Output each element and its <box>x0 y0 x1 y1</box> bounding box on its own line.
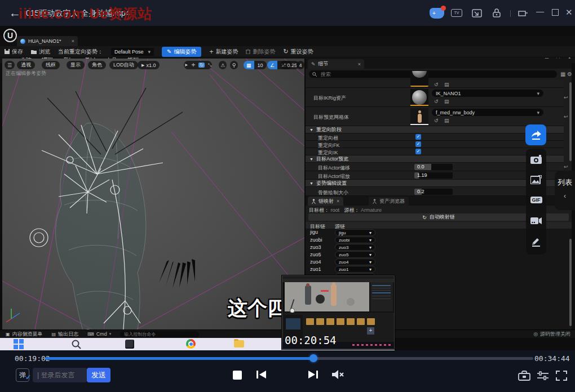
screenshot-camera-icon[interactable] <box>526 151 546 168</box>
row-actor-offset: 目标Actor偏移 0.0 <box>306 163 564 171</box>
person-icon <box>373 199 377 204</box>
source-control-status: ◎源码管理关闭 <box>533 331 570 338</box>
reset-icon: ↩ <box>564 95 568 100</box>
chain-row: zuo1zuo1▾ <box>306 266 572 273</box>
start-icon <box>14 339 24 349</box>
bone-size-field: 0.2 <box>414 189 453 195</box>
titlebar: ← 015驱动数字人 全身动捕.mp4 iiiue.com Ue资源站 + TV… <box>0 0 575 26</box>
console-input <box>120 331 199 337</box>
search-icon <box>312 72 317 77</box>
gamepad-icon[interactable]: + <box>430 8 444 19</box>
ue-delete-pose-button: 删除姿势 <box>246 48 275 56</box>
grid-snap: ▦10 <box>244 61 267 69</box>
chain-source-dropdown: zuo5▾ <box>335 251 375 258</box>
chevron-left-icon: ‹ <box>555 192 575 200</box>
drawer-icon: ▣ <box>6 332 10 337</box>
cmd-dropdown: ⌨Cmd▾ <box>87 331 111 337</box>
viewport-status-text: 正在编辑参考姿势 <box>6 70 46 77</box>
section-actor: ▼目标Actor预览 <box>306 155 564 163</box>
ue-toolbar: 保存 浏览 当前重定向姿势： Default Pose▾ ✎编辑姿势 +新建姿势… <box>0 46 575 57</box>
progress-fill <box>45 357 313 360</box>
details-grid-icon: ▦ <box>560 71 565 77</box>
fullscreen-button[interactable] <box>556 371 567 381</box>
ue-pose-label: 当前重定向姿势： <box>58 48 103 56</box>
playlist-tab[interactable]: 列表 ‹ <box>555 171 575 210</box>
angle-snap-icon: ∠ <box>267 61 277 69</box>
cast-icon[interactable] <box>472 9 482 17</box>
person-icon <box>312 199 316 204</box>
use-selected-icon: ↺ <box>434 82 439 87</box>
minimize-icon[interactable]: — <box>536 7 544 16</box>
close-icon[interactable]: ✕ <box>565 7 573 17</box>
camera-speed: 4 <box>297 61 304 69</box>
source-control-icon: ◎ <box>533 331 538 337</box>
checkbox-checked: ✓ <box>415 141 421 147</box>
snap-actor-icon: ⚲ <box>230 61 238 69</box>
app-icon <box>125 340 134 349</box>
mute-button[interactable] <box>331 369 345 380</box>
chain-row: zuo4zuo4▾ <box>306 259 572 266</box>
pencil-icon: ✎ <box>167 48 171 55</box>
output-log-button: ▤输出日志 <box>52 331 79 338</box>
chain-source-dropdown: zuo1▾ <box>335 266 375 273</box>
settings-sliders-icon[interactable] <box>537 371 549 381</box>
move-icon: ✛ <box>191 63 195 68</box>
lock-icon[interactable] <box>492 8 501 18</box>
ue-asset-tab-label: HUA_NANO1* <box>28 38 72 44</box>
chain-source-dropdown: zuo3▾ <box>335 244 375 251</box>
chain-source-dropdown: jigu▾ <box>335 229 375 236</box>
ue-save-button: 保存 <box>5 48 23 56</box>
send-button[interactable]: 发送 <box>87 368 110 382</box>
player-window: ← 015驱动数字人 全身动捕.mp4 iiiue.com Ue资源站 + TV… <box>0 0 575 392</box>
browse-asset-icon: ▤ <box>444 118 449 123</box>
progress-thumb[interactable] <box>309 354 317 362</box>
details-row-partial: ↺ ▤ <box>306 80 564 88</box>
details-search-input <box>320 71 554 78</box>
danmaku-toggle[interactable]: 弹✓ <box>16 368 29 382</box>
ue-tabrow <box>0 36 575 46</box>
viewport-mode-wireframe: 线框 <box>42 61 60 69</box>
viewport-mode-character: 角色 <box>88 61 106 69</box>
mesh-label: 目标预览网格体 <box>313 114 349 121</box>
previous-button[interactable] <box>256 369 267 380</box>
checkbox-checked: ✓ <box>415 134 421 140</box>
details-tab: ✎ 细节 × <box>308 59 364 69</box>
viewport-lod: LOD自动 <box>109 61 138 69</box>
image-capture-icon[interactable] <box>526 171 546 188</box>
maximize-icon[interactable] <box>552 9 559 16</box>
select-icon: ➤ <box>184 63 188 68</box>
checkbox-checked: ✓ <box>415 149 421 154</box>
details-scrollbar <box>569 82 572 161</box>
annotate-pencil-icon[interactable] <box>526 233 546 250</box>
pip-details-panel <box>370 282 393 311</box>
stop-button[interactable] <box>233 371 242 380</box>
row-retarget-ik: 重定向IK✓ <box>306 148 564 155</box>
miniplayer-icon[interactable] <box>518 10 528 17</box>
ue-browse-button: 浏览 <box>31 48 50 56</box>
ue-asset-tab: HUA_NANO1* × <box>17 36 78 46</box>
tv-icon[interactable]: TV <box>451 9 462 17</box>
refresh-icon: ↻ <box>422 215 427 220</box>
viewport-mode-perspective: 透视 <box>17 61 35 69</box>
danmaku-input[interactable] <box>33 368 87 382</box>
log-icon: ▤ <box>52 332 56 337</box>
folder-icon <box>234 340 244 348</box>
progress-bar[interactable] <box>45 357 533 360</box>
actor-offset-field: 0.0 <box>414 164 453 170</box>
row-bone-size: 骨骼绘制大小 0.2 <box>306 187 564 196</box>
pip-timestamp: 00:20:54 <box>285 334 337 346</box>
chrome-icon <box>186 339 196 349</box>
viewport-canvas <box>2 59 304 329</box>
pip-preview[interactable]: + 00:20:54 <box>282 275 395 349</box>
ikrig-thumbnail <box>412 90 427 105</box>
playlist-tab-label: 列表 <box>558 178 572 186</box>
gif-record-icon[interactable]: GIF <box>526 191 546 208</box>
video-record-icon[interactable] <box>526 212 546 229</box>
toolbox-icon[interactable] <box>518 371 530 381</box>
next-button[interactable] <box>307 369 319 380</box>
snap-warning-icon: ⚠ <box>219 61 227 69</box>
share-button[interactable] <box>525 124 546 145</box>
ue-logo: U <box>3 29 17 42</box>
scale-icon: ⤡ <box>208 63 211 68</box>
viewport-menu-icon: ☰ <box>5 61 15 69</box>
